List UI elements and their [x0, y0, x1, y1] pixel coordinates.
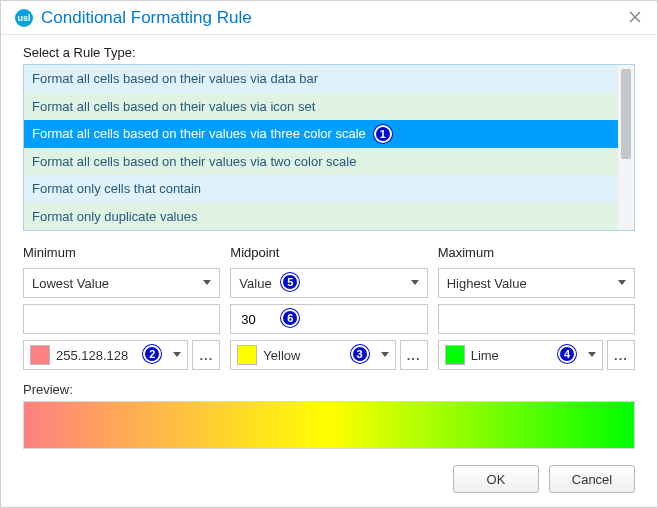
scrollbar-thumb[interactable]	[621, 69, 631, 159]
minimum-color-label: 255.128.128	[56, 348, 128, 363]
rule-list-scrollbar[interactable]	[618, 65, 634, 230]
maximum-value-field[interactable]	[447, 311, 626, 328]
midpoint-column: Midpoint Value 5 6 Yellow 3	[230, 245, 427, 370]
app-logo-icon: usl	[15, 9, 33, 27]
window-title: Conditional Formatting Rule	[41, 8, 252, 28]
maximum-column: Maximum Highest Value Lime 4 ...	[438, 245, 635, 370]
rule-type-item-selected[interactable]: Format all cells based on their values v…	[24, 120, 618, 148]
minimum-type-select[interactable]: Lowest Value	[23, 268, 220, 298]
midpoint-color-select[interactable]: Yellow 3	[230, 340, 395, 370]
maximum-color-select[interactable]: Lime 4	[438, 340, 603, 370]
midpoint-color-more-button[interactable]: ...	[400, 340, 428, 370]
rule-type-item-label: Format all cells based on their values v…	[32, 126, 366, 141]
minimum-color-select[interactable]: 255.128.128 2	[23, 340, 188, 370]
rule-type-item-label: Format only duplicate values	[32, 209, 197, 224]
dialog-buttons: OK Cancel	[23, 465, 635, 493]
rule-type-item-label: Format all cells based on their values v…	[32, 99, 315, 114]
minimum-type-value: Lowest Value	[32, 276, 109, 291]
midpoint-label: Midpoint	[230, 245, 427, 260]
ok-button[interactable]: OK	[453, 465, 539, 493]
dialog-content: Select a Rule Type: Format all cells bas…	[1, 35, 657, 507]
annotation-callout: 5	[281, 273, 299, 291]
maximum-value-input[interactable]	[438, 304, 635, 334]
maximum-color-label: Lime	[471, 348, 499, 363]
rule-type-item[interactable]: Format all cells based on their values v…	[24, 65, 618, 93]
maximum-type-value: Highest Value	[447, 276, 527, 291]
maximum-label: Maximum	[438, 245, 635, 260]
minimum-color-swatch	[30, 345, 50, 365]
close-icon	[629, 10, 641, 26]
titlebar: usl Conditional Formatting Rule	[1, 1, 657, 35]
rule-type-item-label: Format only cells that contain	[32, 181, 201, 196]
midpoint-color-label: Yellow	[263, 348, 300, 363]
midpoint-value-field[interactable]	[239, 311, 418, 328]
maximum-type-select[interactable]: Highest Value	[438, 268, 635, 298]
chevron-down-icon	[411, 280, 419, 286]
maximum-color-more-button[interactable]: ...	[607, 340, 635, 370]
cancel-button[interactable]: Cancel	[549, 465, 635, 493]
rule-type-item[interactable]: Format only cells that contain	[24, 175, 618, 203]
chevron-down-icon	[618, 280, 626, 286]
midpoint-type-select[interactable]: Value 5	[230, 268, 427, 298]
scale-columns: Minimum Lowest Value 255.128.128 2 ...	[23, 245, 635, 370]
midpoint-color-swatch	[237, 345, 257, 365]
minimum-value-field[interactable]	[32, 311, 211, 328]
rule-type-item[interactable]: Format only duplicate values	[24, 203, 618, 231]
maximum-color-swatch	[445, 345, 465, 365]
midpoint-type-value: Value	[239, 276, 271, 291]
minimum-column: Minimum Lowest Value 255.128.128 2 ...	[23, 245, 220, 370]
rule-type-item[interactable]: Format all cells based on their values v…	[24, 93, 618, 121]
annotation-callout: 2	[143, 345, 161, 363]
midpoint-value-input[interactable]: 6	[230, 304, 427, 334]
annotation-callout: 1	[374, 125, 392, 143]
annotation-callout: 4	[558, 345, 576, 363]
close-button[interactable]	[623, 6, 647, 30]
chevron-down-icon	[381, 352, 389, 358]
chevron-down-icon	[588, 352, 596, 358]
rule-type-list: Format all cells based on their values v…	[23, 64, 635, 231]
rule-type-list-body: Format all cells based on their values v…	[24, 65, 618, 230]
gradient-preview	[23, 401, 635, 449]
rule-type-item-label: Format all cells based on their values v…	[32, 71, 318, 86]
dialog-window: usl Conditional Formatting Rule Select a…	[0, 0, 658, 508]
rule-type-item[interactable]: Format all cells based on their values v…	[24, 148, 618, 176]
minimum-value-input[interactable]	[23, 304, 220, 334]
rule-type-item-label: Format all cells based on their values v…	[32, 154, 356, 169]
rule-type-label: Select a Rule Type:	[23, 45, 635, 60]
preview-label: Preview:	[23, 382, 635, 397]
annotation-callout: 3	[351, 345, 369, 363]
minimum-color-more-button[interactable]: ...	[192, 340, 220, 370]
minimum-label: Minimum	[23, 245, 220, 260]
chevron-down-icon	[203, 280, 211, 286]
chevron-down-icon	[173, 352, 181, 358]
